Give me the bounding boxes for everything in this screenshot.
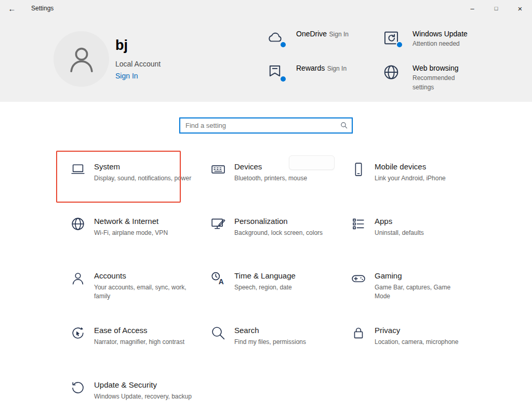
quick-item-subtitle: Sign In bbox=[329, 31, 349, 38]
tile-gaming[interactable]: Gaming Game Bar, captures, Game Mode bbox=[336, 268, 476, 305]
accounts-icon bbox=[70, 271, 86, 286]
tile-text: Apps Uninstall, defaults bbox=[375, 213, 424, 250]
tile-text: System Display, sound, notifications, po… bbox=[94, 158, 191, 196]
tile-network-internet[interactable]: Network & Internet Wi-Fi, airplane mode,… bbox=[56, 213, 196, 250]
devices-icon bbox=[210, 162, 226, 177]
quick-item-onedrive[interactable]: OneDrive Sign In bbox=[266, 29, 349, 47]
tile-privacy[interactable]: Privacy Location, camera, microphone bbox=[336, 322, 476, 360]
tile-text: Search Find my files, permissions bbox=[234, 322, 306, 360]
ease-of-access-icon bbox=[70, 325, 86, 341]
tile-subtitle: Your accounts, email, sync, work, family bbox=[94, 283, 193, 301]
quick-item-text: Windows Update Attention needed bbox=[413, 29, 472, 48]
tile-subtitle: Speech, region, date bbox=[234, 283, 296, 292]
close-icon: × bbox=[518, 4, 523, 13]
tile-title: Network & Internet bbox=[94, 217, 168, 226]
tile-ease-of-access[interactable]: Ease of Access Narrator, magnifier, high… bbox=[56, 322, 196, 360]
tile-subtitle: Find my files, permissions bbox=[234, 338, 306, 347]
tile-title: Search bbox=[234, 326, 306, 335]
tile-title: Mobile devices bbox=[375, 162, 446, 171]
tile-subtitle: Display, sound, notifications, power bbox=[94, 174, 191, 183]
time-language-icon: A bbox=[210, 271, 226, 286]
tile-subtitle: Uninstall, defaults bbox=[375, 229, 424, 237]
close-button[interactable]: × bbox=[508, 0, 532, 17]
tile-text: Update & Security Windows Update, recove… bbox=[94, 377, 192, 411]
user-name: bj bbox=[115, 37, 161, 53]
quick-item-title: Windows Update bbox=[413, 30, 468, 38]
tile-subtitle: Background, lock screen, colors bbox=[234, 229, 323, 237]
quick-item-subtitle: Recommended settings bbox=[413, 74, 455, 91]
search-icon bbox=[340, 121, 348, 129]
tile-personalization[interactable]: Personalization Background, lock screen,… bbox=[196, 213, 336, 250]
tile-title: Accounts bbox=[94, 271, 193, 280]
tile-title: Gaming bbox=[375, 271, 454, 280]
tile-subtitle: Link your Android, iPhone bbox=[375, 174, 446, 183]
status-badge bbox=[396, 41, 403, 48]
svg-text:A: A bbox=[219, 278, 224, 286]
settings-window: ← Settings – □ × bj Local Account Sign I bbox=[0, 0, 532, 411]
quick-item-title: OneDrive bbox=[296, 30, 327, 38]
tile-title: Apps bbox=[375, 217, 424, 226]
tile-text: Time & Language Speech, region, date bbox=[234, 268, 296, 305]
system-icon bbox=[70, 162, 86, 177]
update-security-icon bbox=[70, 380, 86, 395]
search-box bbox=[179, 117, 353, 134]
sign-in-link[interactable]: Sign In bbox=[115, 72, 161, 80]
quick-item-web-browsing[interactable]: Web browsing Recommended settings bbox=[382, 63, 472, 91]
quick-item-title: Rewards bbox=[296, 64, 325, 72]
settings-grid: System Display, sound, notifications, po… bbox=[56, 158, 476, 411]
tile-time-language[interactable]: A Time & Language Speech, region, date bbox=[196, 268, 336, 305]
tile-text: Mobile devices Link your Android, iPhone bbox=[375, 158, 446, 196]
quick-item-subtitle: Sign In bbox=[327, 65, 347, 72]
back-button[interactable]: ← bbox=[0, 0, 24, 17]
minimize-button[interactable]: – bbox=[460, 0, 484, 17]
tile-accounts[interactable]: Accounts Your accounts, email, sync, wor… bbox=[56, 268, 196, 305]
search-category-icon bbox=[210, 325, 226, 341]
tile-text: Devices Bluetooth, printers, mouse bbox=[234, 158, 307, 196]
tile-text: Gaming Game Bar, captures, Game Mode bbox=[375, 268, 454, 305]
tile-text: Ease of Access Narrator, magnifier, high… bbox=[94, 322, 184, 360]
user-info: bj Local Account Sign In bbox=[115, 37, 161, 80]
tile-devices[interactable]: Devices Bluetooth, printers, mouse bbox=[196, 158, 336, 196]
window-controls: – □ × bbox=[460, 0, 532, 17]
onedrive-icon bbox=[266, 29, 286, 47]
status-badge bbox=[280, 75, 287, 83]
title-bar: ← Settings – □ × bbox=[0, 0, 532, 17]
hero-header: bj Local Account Sign In OneDrive Sign I… bbox=[0, 17, 532, 102]
maximize-icon: □ bbox=[495, 5, 498, 11]
tile-title: Ease of Access bbox=[94, 326, 184, 335]
tile-mobile-devices[interactable]: Mobile devices Link your Android, iPhone bbox=[336, 158, 476, 196]
tile-title: Personalization bbox=[234, 217, 323, 226]
rewards-icon bbox=[266, 63, 286, 81]
tile-system[interactable]: System Display, sound, notifications, po… bbox=[56, 158, 196, 196]
tile-subtitle: Narrator, magnifier, high contrast bbox=[94, 338, 184, 347]
tile-update-security[interactable]: Update & Security Windows Update, recove… bbox=[56, 377, 196, 411]
search-section bbox=[0, 117, 532, 134]
back-arrow-icon: ← bbox=[8, 4, 16, 13]
tile-subtitle: Wi-Fi, airplane mode, VPN bbox=[94, 229, 168, 237]
minimize-icon: – bbox=[470, 5, 474, 12]
quick-item-subtitle: Attention needed bbox=[413, 40, 460, 47]
tile-subtitle: Game Bar, captures, Game Mode bbox=[375, 283, 454, 301]
tile-title: System bbox=[94, 162, 191, 171]
windows-update-icon bbox=[382, 29, 402, 47]
tile-title: Privacy bbox=[375, 326, 458, 335]
tile-text: Personalization Background, lock screen,… bbox=[234, 213, 323, 250]
tile-title: Update & Security bbox=[94, 380, 192, 389]
status-badge bbox=[280, 41, 287, 48]
maximize-button[interactable]: □ bbox=[484, 0, 508, 17]
tile-apps[interactable]: Apps Uninstall, defaults bbox=[336, 213, 476, 250]
quick-item-windows-update[interactable]: Windows Update Attention needed bbox=[382, 29, 472, 48]
tile-text: Accounts Your accounts, email, sync, wor… bbox=[94, 268, 193, 305]
tile-text: Privacy Location, camera, microphone bbox=[375, 322, 458, 360]
tile-subtitle: Windows Update, recovery, backup bbox=[94, 392, 192, 401]
quick-item-text: OneDrive Sign In bbox=[296, 29, 349, 47]
person-icon bbox=[65, 43, 98, 75]
quick-item-rewards[interactable]: Rewards Sign In bbox=[266, 63, 347, 81]
quick-item-title: Web browsing bbox=[413, 64, 458, 72]
search-input[interactable] bbox=[179, 117, 353, 134]
tile-subtitle: Bluetooth, printers, mouse bbox=[234, 174, 307, 183]
web-browsing-icon bbox=[382, 63, 402, 81]
tile-search[interactable]: Search Find my files, permissions bbox=[196, 322, 336, 360]
network-internet-icon bbox=[70, 216, 86, 232]
tile-title: Devices bbox=[234, 162, 307, 171]
